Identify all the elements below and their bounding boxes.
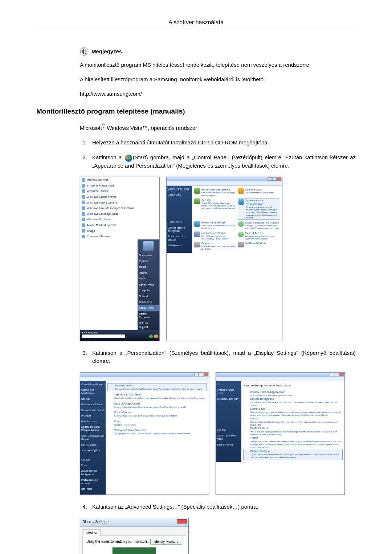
step-4-text: Kattintson az „Advanced Settings…" (Spec… (92, 504, 258, 510)
cp-classic-link[interactable]: Classic View (168, 193, 191, 196)
side-category-link[interactable]: Clock, Language, and Region (81, 434, 105, 441)
see-also-header: See also (217, 428, 240, 431)
start-menu-right-item[interactable]: Connect To (138, 299, 159, 305)
step-2-pre: Kattintson a (92, 154, 124, 160)
item-icon (244, 407, 249, 412)
personalization-category[interactable]: Taskbar and Start MenuCustomize the Star… (108, 393, 207, 400)
start-menu-right-item[interactable]: Music (138, 264, 159, 270)
start-menu-right-item[interactable]: Pictures (138, 258, 159, 264)
dialog-titlebar: Display Settings (80, 518, 188, 527)
see-also-link[interactable]: Pick a new color scheme (81, 478, 105, 485)
cp-category[interactable]: Ease of AccessLet Windows suggest settin… (238, 231, 280, 241)
see-also-link[interactable]: Ease of Access (217, 443, 240, 446)
start-menu-item[interactable]: Windows Meeting Space (80, 211, 138, 217)
start-menu-item[interactable]: Windows Media Player (80, 194, 138, 200)
minimize-button[interactable] (268, 177, 272, 181)
personalization-item[interactable]: Desktop BackgroundChoose from available … (244, 397, 342, 407)
monitor-preview[interactable]: 1 (113, 547, 156, 554)
all-programs-label[interactable]: All Programs (84, 331, 99, 334)
start-menu-right-item[interactable]: Network (138, 294, 159, 299)
start-menu-item[interactable]: Command Prompt (80, 234, 138, 239)
see-also-link[interactable]: Fonts (81, 464, 105, 467)
start-menu-item[interactable]: Snagit (80, 228, 138, 234)
start-menu-item[interactable]: Internet Explorer (80, 177, 138, 183)
side-category-link[interactable]: System and Maintenance (81, 388, 105, 395)
minimize-button[interactable] (194, 373, 199, 376)
maximize-button[interactable] (335, 373, 339, 376)
start-menu-right-item[interactable]: Default Programs (138, 311, 159, 320)
cp-recent-link[interactable]: Add/Remove (168, 244, 191, 247)
see-also-link[interactable]: Taskbar and Start Menu (217, 434, 240, 441)
close-button[interactable] (277, 177, 281, 181)
start-menu-right-item[interactable]: Help and Support (138, 320, 159, 330)
dialog-tab-monitor[interactable]: Monitor (83, 529, 101, 536)
cp-category[interactable]: Network and InternetView network status … (194, 221, 236, 230)
personalization-item[interactable]: Mouse PointersPick a different mouse poi… (244, 426, 342, 436)
task-link[interactable]: Change desktop icons (217, 388, 240, 395)
side-category-link[interactable]: Security (81, 397, 105, 401)
close-button[interactable] (204, 373, 208, 376)
cp-category[interactable]: Clock, Language, and RegionChange keyboa… (238, 221, 280, 230)
personalization-item[interactable]: Window Color and AppearanceFine tune the… (244, 390, 342, 397)
personalization-category[interactable]: PersonalizationChange desktop background… (108, 383, 207, 391)
personalization-item[interactable]: Screen SaverChange your screen saver or … (244, 407, 342, 417)
cp-category[interactable]: User AccountsAdd or remove user accounts (238, 188, 280, 197)
personalization-item[interactable]: ThemeChange the theme. Themes can change… (244, 436, 342, 449)
side-category-link[interactable]: Additional Options (81, 449, 105, 452)
start-menu-right-item[interactable]: Recent Items (138, 282, 159, 288)
start-menu-item[interactable]: Adobe Photoshop CS2 (80, 222, 138, 228)
start-menu-item[interactable]: Windows Photo Gallery (80, 200, 138, 206)
personalization-category[interactable]: Windows Sidebar PropertiesAdd gadgets to… (108, 428, 207, 435)
screenshot-start-menu: Internet ExplorerE-mail Windows MailWelc… (80, 177, 160, 341)
see-also-link[interactable]: Adjust desktop background (81, 469, 105, 476)
cp-recent-link[interactable]: Change desktop background (168, 226, 191, 233)
start-menu-item[interactable]: Windows Explorer (80, 217, 138, 222)
side-category-link[interactable]: Hardware and Sound (81, 409, 105, 412)
start-menu-right-item[interactable]: Games (138, 270, 159, 276)
category-icon (238, 242, 244, 247)
step-1: Helyezze a használati útmutatót tartalma… (89, 139, 356, 147)
cp-recent-link[interactable]: Pick a new color scheme (168, 235, 191, 242)
cp-category[interactable]: Hardware and SoundPlay CDs or other medi… (194, 231, 236, 241)
cp-category[interactable]: Appearance and PersonalizationChange the… (238, 198, 280, 219)
cp-category[interactable]: System and MaintenanceGet started with W… (194, 188, 236, 197)
personalization-category[interactable]: Folder OptionsSpecify single- or double-… (108, 411, 207, 418)
personalization-category[interactable]: Ease of Access CenterAccommodate low vis… (108, 402, 207, 409)
breadcrumb[interactable] (80, 377, 209, 381)
power-icon[interactable] (149, 335, 153, 338)
start-menu-right-item[interactable]: Computer (138, 288, 159, 294)
personalization-item[interactable]: Display SettingsAdjust your monitor reso… (244, 449, 342, 460)
identify-monitors-button[interactable]: Identify Monitors (150, 539, 182, 545)
side-category-link[interactable]: Ease of Access (81, 443, 105, 447)
see-also-link[interactable]: Set Profile (81, 487, 105, 491)
side-category-link[interactable]: Appearance and Personalization (81, 425, 105, 432)
start-menu-right-item[interactable]: Documents (138, 253, 159, 258)
task-link[interactable]: Adjust font size (DPI) (217, 397, 240, 401)
breadcrumb[interactable] (167, 181, 282, 186)
screenshot-control-panel: Control Panel Home Classic View Recent T… (166, 177, 282, 341)
side-category-link[interactable]: Programs (81, 414, 105, 417)
start-menu-item[interactable]: Windows Live Messenger Download (80, 205, 138, 211)
start-search-input[interactable] (82, 335, 125, 338)
lock-icon[interactable] (154, 335, 158, 338)
cp-home-link[interactable]: Control Panel Home (168, 187, 191, 190)
cp-category[interactable]: ProgramsUninstall a program Change start… (194, 242, 236, 251)
side-category-link[interactable]: User Accounts (81, 420, 105, 423)
personalization-item[interactable]: SoundsChange which sounds are heard when… (244, 417, 342, 427)
start-menu-item[interactable]: E-mail Windows Mail (80, 183, 138, 189)
category-icon (108, 393, 113, 398)
start-menu-right-item[interactable]: Search (138, 276, 159, 282)
personalization-category[interactable]: FontsInstall or remove a font (108, 420, 207, 427)
minimize-button[interactable] (330, 373, 334, 376)
close-button[interactable] (339, 373, 344, 376)
start-menu-right-item[interactable]: Control Panel (138, 305, 159, 311)
cp-category[interactable]: SecurityCheck for updates Check this com… (194, 198, 236, 219)
start-menu-item[interactable]: Welcome Center (80, 188, 138, 194)
breadcrumb[interactable] (216, 377, 344, 381)
maximize-button[interactable] (272, 177, 277, 181)
side-category-link[interactable]: Control Panel Home (81, 383, 105, 386)
side-category-link[interactable]: Network and Internet (81, 403, 105, 406)
maximize-button[interactable] (199, 373, 203, 376)
dialog-close-button[interactable] (177, 519, 187, 524)
cp-category[interactable]: Additional Options (238, 242, 280, 251)
